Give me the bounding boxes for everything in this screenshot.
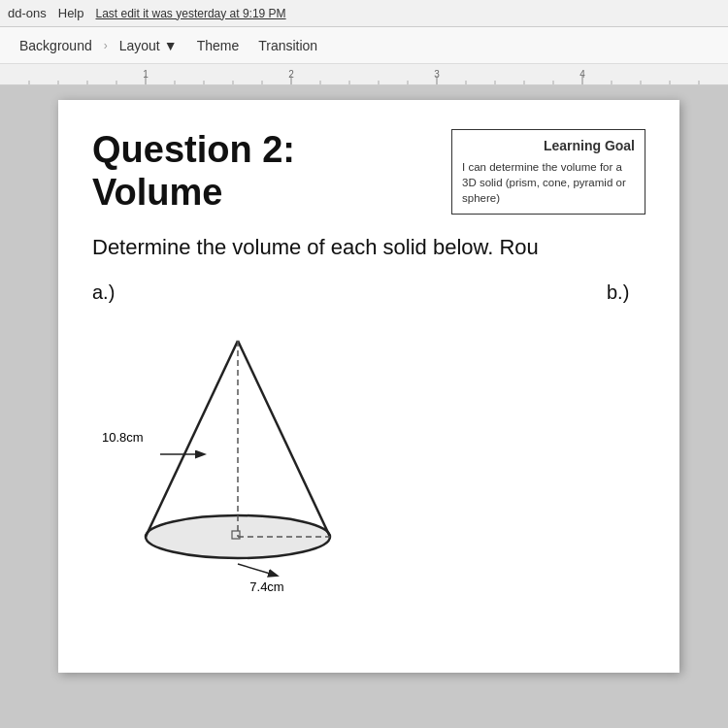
slide-container: Question 2: Volume Learning Goal I can d… [0, 85, 728, 728]
toolbar-sep1: › [104, 39, 108, 52]
layout-chevron-icon: ▼ [164, 38, 178, 53]
last-edit-link[interactable]: Last edit it was yesterday at 9:19 PM [96, 7, 286, 20]
problem-b-label: b.) [607, 281, 645, 304]
learning-goal-box: Learning Goal I can determine the volume… [451, 129, 645, 215]
cone-diagram [92, 314, 383, 585]
svg-line-32 [238, 341, 330, 537]
problem-a: a.) 10.8cm [92, 281, 587, 594]
problem-a-label: a.) [92, 281, 587, 304]
menu-help[interactable]: Help [58, 6, 84, 20]
menu-bar: dd-ons Help Last edit it was yesterday a… [0, 0, 728, 27]
svg-line-38 [238, 564, 277, 576]
question-title: Question 2: Volume [92, 129, 295, 214]
toolbar-background[interactable]: Background [10, 34, 102, 57]
menu-addons[interactable]: dd-ons [8, 6, 47, 20]
cone-wrapper: 10.8cm [92, 314, 403, 594]
problems-row: a.) 10.8cm [92, 281, 645, 594]
instructions: Determine the volume of each solid below… [92, 234, 645, 262]
svg-line-31 [146, 341, 238, 537]
toolbar-transition-label: Transition [258, 38, 317, 53]
toolbar-theme[interactable]: Theme [187, 34, 249, 57]
dimension-side-label: 10.8cm [102, 430, 144, 445]
dimension-bottom-text: 7.4cm [249, 579, 283, 594]
slide: Question 2: Volume Learning Goal I can d… [58, 100, 679, 673]
dimension-side-text: 10.8cm [102, 430, 144, 445]
learning-goal-text: I can determine the volume for a 3D soli… [462, 159, 635, 206]
toolbar-theme-label: Theme [197, 38, 240, 53]
toolbar-layout-label: Layout [119, 38, 160, 53]
question-title-line2: Volume [92, 172, 295, 215]
question-title-line1: Question 2: [92, 129, 295, 172]
toolbar-layout[interactable]: Layout ▼ [110, 34, 187, 57]
toolbar: Background › Layout ▼ Theme Transition [0, 27, 728, 64]
toolbar-transition[interactable]: Transition [248, 34, 327, 57]
ruler: 1 2 3 4 [0, 64, 728, 85]
slide-header: Question 2: Volume Learning Goal I can d… [92, 129, 645, 215]
learning-goal-title: Learning Goal [462, 138, 635, 153]
toolbar-background-label: Background [19, 38, 92, 53]
svg-rect-0 [0, 64, 728, 85]
